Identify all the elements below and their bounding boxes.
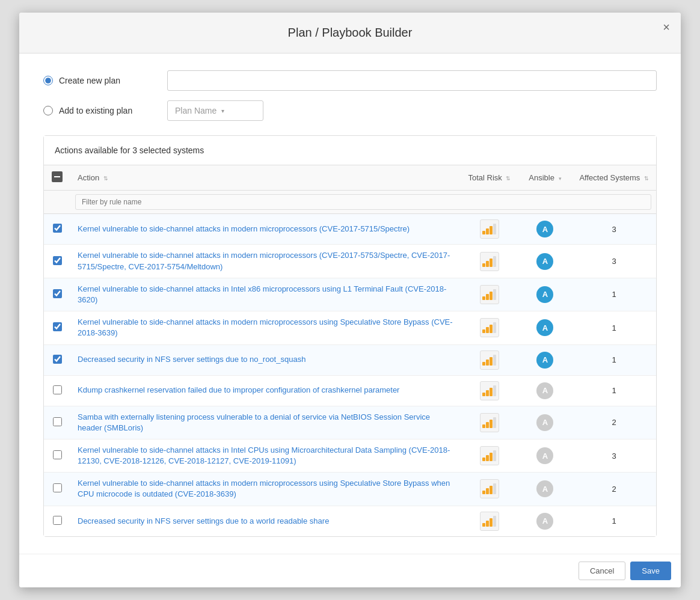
actions-table-wrapper: Action ⇅ Total Risk ⇅ Ansible ▾ — [44, 165, 656, 536]
plan-options: Create new plan Fix Medium Severity Secu… — [43, 70, 657, 121]
row-checkbox[interactable] — [53, 224, 62, 233]
ansible-cell: A — [518, 214, 572, 245]
risk-bar-1 — [482, 424, 485, 428]
action-column-header[interactable]: Action ⇅ — [70, 165, 461, 191]
filter-input[interactable] — [75, 194, 651, 210]
row-checkbox[interactable] — [53, 385, 62, 394]
row-checkbox[interactable] — [53, 256, 62, 265]
risk-bars — [482, 417, 496, 428]
total-risk-column-header[interactable]: Total Risk ⇅ — [461, 165, 518, 191]
cancel-button[interactable]: Cancel — [579, 562, 625, 580]
row-checkbox-cell[interactable] — [44, 245, 70, 278]
row-checkbox-cell[interactable] — [44, 506, 70, 536]
row-checkbox-cell[interactable] — [44, 406, 70, 439]
risk-bar-4 — [493, 224, 496, 234]
row-checkbox-cell[interactable] — [44, 473, 70, 506]
action-link[interactable]: Kernel vulnerable to side-channel attack… — [78, 224, 410, 233]
risk-badge — [480, 479, 499, 498]
plan-name-input[interactable]: Fix Medium Severity Security Risks — [167, 70, 657, 91]
row-checkbox-cell[interactable] — [44, 344, 70, 375]
row-checkbox[interactable] — [53, 355, 62, 364]
table-row: Kdump crashkernel reservation failed due… — [44, 375, 656, 406]
ansible-badge: A — [536, 513, 553, 530]
affected-systems-column-header[interactable]: Affected Systems ⇅ — [572, 165, 656, 191]
action-link[interactable]: Decreased security in NFS server setting… — [78, 516, 329, 525]
modal-body: Create new plan Fix Medium Severity Secu… — [19, 54, 681, 553]
action-cell: Decreased security in NFS server setting… — [70, 344, 461, 375]
action-link[interactable]: Kernel vulnerable to side-channel attack… — [78, 251, 450, 271]
risk-bars — [482, 256, 496, 267]
row-checkbox-cell[interactable] — [44, 311, 70, 344]
actions-header: Actions available for 3 selected systems — [44, 136, 656, 165]
chevron-down-icon: ▾ — [221, 108, 224, 114]
risk-cell — [461, 506, 518, 536]
risk-bar-3 — [490, 292, 493, 300]
risk-bars — [482, 289, 496, 300]
add-existing-plan-row: Add to existing plan Plan Name ▾ — [43, 100, 657, 121]
affected-cell: 1 — [572, 311, 656, 344]
ansible-badge: A — [536, 414, 553, 431]
risk-bars — [482, 483, 496, 494]
plan-name-select[interactable]: Plan Name ▾ — [167, 100, 263, 121]
action-link[interactable]: Samba with externally listening process … — [78, 412, 430, 432]
risk-bar-3 — [490, 388, 493, 396]
save-button[interactable]: Save — [630, 562, 671, 580]
risk-bar-4 — [493, 450, 496, 461]
risk-bar-2 — [486, 360, 489, 366]
risk-badge — [480, 446, 499, 465]
ansible-badge: A — [536, 253, 553, 270]
ansible-cell: A — [518, 375, 572, 406]
action-link[interactable]: Decreased security in NFS server setting… — [78, 355, 305, 364]
risk-bar-1 — [482, 231, 485, 234]
risk-bar-1 — [482, 263, 485, 267]
row-checkbox[interactable] — [53, 450, 62, 459]
row-checkbox-cell[interactable] — [44, 439, 70, 472]
close-button[interactable]: × — [663, 21, 670, 33]
table-row: Decreased security in NFS server setting… — [44, 506, 656, 536]
row-checkbox[interactable] — [53, 322, 62, 331]
ansible-column-header[interactable]: Ansible ▾ — [518, 165, 572, 191]
row-checkbox[interactable] — [53, 417, 62, 426]
action-link[interactable]: Kernel vulnerable to side-channel attack… — [78, 479, 450, 498]
row-checkbox-cell[interactable] — [44, 375, 70, 406]
action-link[interactable]: Kernel vulnerable to side-channel attack… — [78, 445, 450, 465]
modal: × Plan / Playbook Builder Create new pla… — [19, 13, 681, 587]
ansible-badge: A — [536, 480, 553, 497]
risk-bar-1 — [482, 329, 485, 333]
row-checkbox-cell[interactable] — [44, 214, 70, 245]
risk-bar-4 — [493, 355, 496, 366]
row-checkbox[interactable] — [53, 289, 62, 298]
row-checkbox-cell[interactable] — [44, 278, 70, 311]
risk-bar-1 — [482, 296, 485, 300]
risk-bar-3 — [490, 486, 493, 494]
deselect-all-icon[interactable] — [52, 171, 63, 182]
risk-bar-4 — [493, 256, 496, 267]
risk-sort-icon: ⇅ — [506, 176, 511, 182]
select-all-header[interactable] — [44, 165, 70, 191]
plan-name-select-label: Plan Name — [175, 106, 216, 115]
action-cell: Kernel vulnerable to side-channel attack… — [70, 278, 461, 311]
action-cell: Decreased security in NFS server setting… — [70, 506, 461, 536]
table-row: Decreased security in NFS server setting… — [44, 344, 656, 375]
risk-bars — [482, 385, 496, 396]
ansible-badge: A — [536, 447, 553, 464]
risk-bar-4 — [493, 483, 496, 494]
risk-badge — [480, 318, 499, 337]
actions-section: Actions available for 3 selected systems… — [43, 135, 657, 536]
modal-title: Plan / Playbook Builder — [19, 13, 681, 54]
risk-cell — [461, 439, 518, 472]
ansible-cell: A — [518, 439, 572, 472]
ansible-cell: A — [518, 406, 572, 439]
create-new-radio[interactable] — [43, 76, 53, 85]
risk-bar-3 — [490, 518, 493, 527]
ansible-badge: A — [536, 286, 553, 303]
row-checkbox[interactable] — [53, 483, 62, 492]
row-checkbox[interactable] — [53, 516, 62, 525]
action-link[interactable]: Kernel vulnerable to side-channel attack… — [78, 317, 453, 337]
add-existing-label: Add to existing plan — [59, 106, 167, 115]
add-existing-radio[interactable] — [43, 106, 53, 115]
risk-cell — [461, 311, 518, 344]
action-link[interactable]: Kdump crashkernel reservation failed due… — [78, 385, 399, 394]
action-link[interactable]: Kernel vulnerable to side-channel attack… — [78, 284, 446, 304]
risk-bar-3 — [490, 325, 493, 333]
